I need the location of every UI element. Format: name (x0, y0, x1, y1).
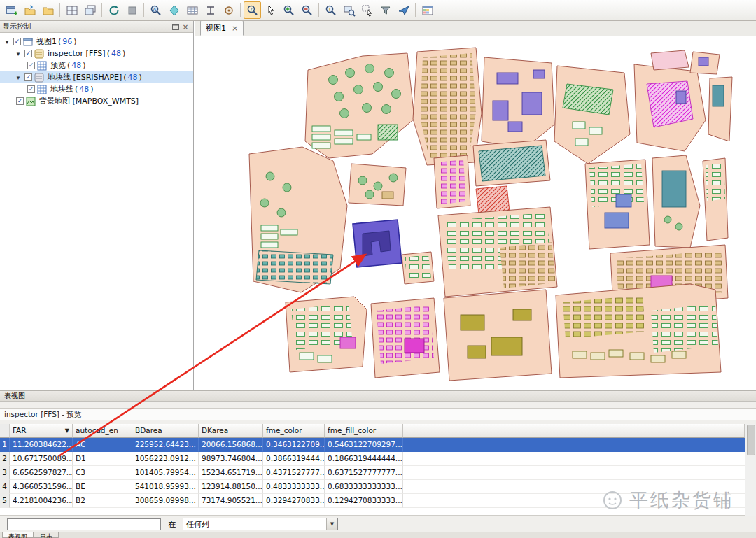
cell[interactable]: AC (73, 438, 132, 452)
table-row[interactable]: 2 10.671750089... D1 1056223.0912... 989… (0, 452, 745, 466)
new-view-button[interactable] (3, 1, 20, 19)
snap-button[interactable] (220, 1, 237, 19)
cell[interactable]: B2 (73, 494, 132, 508)
map-canvas-svg[interactable] (195, 36, 756, 390)
zoom-in-button[interactable] (280, 1, 298, 19)
cell[interactable]: 225952.64423... (132, 438, 199, 452)
table-row[interactable]: 3 6.6562597827... C3 101405.79954... 152… (0, 466, 745, 480)
cell[interactable]: 98973.746804... (199, 452, 263, 466)
measure-button[interactable] (202, 1, 219, 19)
select-area-button[interactable] (358, 1, 376, 19)
row-number[interactable]: 5 (0, 494, 10, 508)
feature-count-link[interactable]: 48 (79, 85, 89, 94)
cell[interactable]: 0.6833333333333... (325, 480, 403, 494)
cell[interactable]: 4.3660531596... (10, 480, 73, 494)
feature-count-link[interactable]: 48 (111, 49, 121, 58)
close-icon[interactable]: × (232, 24, 238, 33)
row-number[interactable]: 3 (0, 466, 10, 480)
chevron-down-icon[interactable]: ▾ (3, 38, 11, 45)
cell[interactable]: 0.6371527777777... (325, 466, 403, 480)
cascade-windows-button[interactable] (81, 1, 99, 19)
cell[interactable]: 15234.651719... (199, 466, 263, 480)
cell[interactable]: 4.2181004236... (10, 494, 73, 508)
table-row[interactable]: 1 11.260384622... AC 225952.64423... 200… (0, 438, 745, 452)
table-scrollbar[interactable] (745, 424, 756, 516)
tree-item-background-map[interactable]: ✓ 背景地图 [MAPBOX_WMTS] (0, 95, 193, 107)
cell[interactable]: 0.1866319444444... (325, 452, 403, 466)
zoom-out-button[interactable] (298, 1, 316, 19)
float-panel-button[interactable] (171, 22, 181, 31)
tree-item-parcel-lines[interactable]: ✓ 地块线 (48) (0, 83, 193, 95)
cell[interactable]: 101405.79954... (132, 466, 199, 480)
folder-button[interactable] (39, 1, 57, 19)
zoom-window-button[interactable] (340, 1, 358, 19)
cell[interactable]: 11.260384622... (10, 438, 73, 452)
query-tool-button[interactable]: ? (244, 1, 261, 19)
row-number[interactable]: 4 (0, 480, 10, 494)
fly-to-button[interactable] (395, 1, 412, 19)
cell[interactable]: 541018.95993... (132, 480, 199, 494)
cell[interactable]: 0.1294270833333... (325, 494, 403, 508)
column-header-autocad-en[interactable]: autocad_en (73, 424, 132, 438)
cell[interactable]: 308659.09998... (132, 494, 199, 508)
column-filter-dropdown[interactable]: 任何列 ▼ (183, 518, 338, 530)
tab-view1[interactable]: 视图1 × (200, 20, 244, 36)
scrollbar-thumb[interactable] (747, 425, 755, 455)
cell[interactable]: D1 (73, 452, 132, 466)
chevron-down-icon[interactable]: ▼ (326, 518, 337, 530)
sort-desc-icon[interactable]: ▼ (65, 424, 69, 437)
chevron-down-icon[interactable]: ▾ (14, 50, 22, 57)
checkbox[interactable]: ✓ (24, 73, 32, 81)
cell[interactable]: 0.3294270833... (263, 494, 325, 508)
tree-item-preview[interactable]: ✓ 预览 (48) (0, 59, 193, 71)
map-canvas[interactable] (195, 36, 756, 390)
close-panel-button[interactable]: × (181, 22, 190, 31)
checkbox[interactable]: ✓ (24, 50, 32, 57)
cell[interactable]: 0.4371527777... (263, 466, 325, 480)
selected-parcel-highlight[interactable] (353, 220, 402, 267)
cell[interactable]: 0.5463122709297... (325, 438, 403, 452)
stop-button[interactable] (123, 1, 141, 19)
filter-button[interactable] (377, 1, 394, 19)
cell[interactable]: 0.3866319444... (263, 452, 325, 466)
column-header-fme-fill-color[interactable]: fme_fill_color (325, 424, 403, 438)
column-header-bdarea[interactable]: BDarea (132, 424, 199, 438)
cell[interactable]: 0.4833333333... (263, 480, 325, 494)
map-parcels[interactable] (249, 48, 732, 381)
feature-count-link[interactable]: 48 (71, 61, 81, 70)
checkbox[interactable]: ✓ (27, 85, 35, 93)
search-input[interactable] (7, 518, 161, 530)
row-number[interactable]: 2 (0, 452, 10, 466)
prism-view-button[interactable] (165, 1, 183, 19)
tree-item-inspector-ffs[interactable]: ▾ ✓ inspector [FFS] (48) (0, 48, 193, 59)
tab-log[interactable]: 日志 (34, 532, 59, 538)
column-header-far[interactable]: FAR▼ (10, 424, 73, 438)
tree-item-view1[interactable]: ▾ ✓ 视图1 (96) (0, 36, 193, 48)
cell[interactable]: 10.671750089... (10, 452, 73, 466)
refresh-button[interactable] (105, 1, 122, 19)
tab-table-view[interactable]: 表视图 (2, 532, 34, 538)
row-number[interactable]: 1 (0, 438, 10, 452)
attribute-table-button[interactable] (419, 1, 436, 19)
cell[interactable]: C3 (73, 466, 132, 480)
identify-button[interactable]: ! (322, 1, 340, 19)
cell[interactable]: 123914.88150... (199, 480, 263, 494)
cell[interactable]: 73174.905521... (199, 494, 263, 508)
feature-count-link[interactable]: 48 (128, 73, 138, 82)
table-view-button[interactable] (183, 1, 201, 19)
cell[interactable]: 6.6562597827... (10, 466, 73, 480)
cell[interactable]: BE (73, 480, 132, 494)
column-header-dkarea[interactable]: DKarea (199, 424, 263, 438)
cell[interactable]: 0.3463122709... (263, 438, 325, 452)
chevron-down-icon[interactable]: ▾ (14, 74, 22, 81)
cell[interactable]: 20066.156868... (199, 438, 263, 452)
inspect-feature-button[interactable]: A (147, 1, 164, 19)
checkbox[interactable]: ✓ (27, 62, 35, 69)
checkbox[interactable]: ✓ (13, 38, 21, 45)
tree-item-parcel-lines-esrishape[interactable]: ▾ ✓ 地块线 [ESRISHAPE] (48) (0, 71, 193, 83)
pan-cursor-button[interactable] (262, 1, 279, 19)
column-header-fme-color[interactable]: fme_color (263, 424, 325, 438)
cell[interactable]: 1056223.0912... (132, 452, 199, 466)
open-dataset-button[interactable] (21, 1, 38, 19)
tile-windows-button[interactable] (63, 1, 80, 19)
